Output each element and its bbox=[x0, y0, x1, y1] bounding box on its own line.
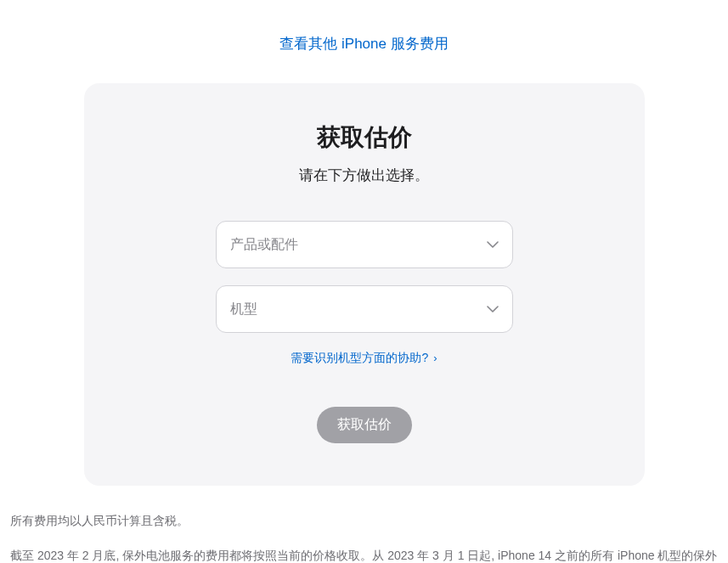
product-select[interactable]: 产品或配件 bbox=[216, 221, 513, 268]
model-select-placeholder: 机型 bbox=[230, 301, 257, 318]
footer-text: 所有费用均以人民币计算且含税。 截至 2023 年 2 月底, 保外电池服务的费… bbox=[8, 510, 720, 563]
identify-model-help-link[interactable]: 需要识别机型方面的协助? › bbox=[291, 351, 437, 364]
card-title: 获取估价 bbox=[118, 121, 611, 154]
estimate-card: 获取估价 请在下方做出选择。 产品或配件 机型 需要识别机型方面的协助? › bbox=[84, 83, 645, 486]
help-link-wrapper: 需要识别机型方面的协助? › bbox=[118, 350, 611, 366]
footer-line-2-part1: 截至 2023 年 2 月底, 保外电池服务的费用都将按照当前的价格收取。从 2… bbox=[10, 549, 717, 563]
top-link-wrapper: 查看其他 iPhone 服务费用 bbox=[8, 34, 720, 53]
product-select-wrapper: 产品或配件 bbox=[216, 221, 513, 268]
chevron-down-icon bbox=[487, 241, 499, 248]
chevron-right-icon: › bbox=[433, 352, 437, 364]
product-select-placeholder: 产品或配件 bbox=[230, 236, 298, 254]
card-subtitle: 请在下方做出选择。 bbox=[118, 166, 611, 185]
other-service-fees-link[interactable]: 查看其他 iPhone 服务费用 bbox=[279, 36, 448, 52]
help-link-label: 需要识别机型方面的协助? bbox=[291, 351, 428, 364]
model-select[interactable]: 机型 bbox=[216, 285, 513, 333]
footer-line-1: 所有费用均以人民币计算且含税。 bbox=[10, 510, 718, 532]
model-select-wrapper: 机型 bbox=[216, 285, 513, 333]
footer-line-2: 截至 2023 年 2 月底, 保外电池服务的费用都将按照当前的价格收取。从 2… bbox=[10, 544, 718, 563]
chevron-down-icon bbox=[487, 306, 499, 312]
get-estimate-button[interactable]: 获取估价 bbox=[317, 407, 412, 443]
